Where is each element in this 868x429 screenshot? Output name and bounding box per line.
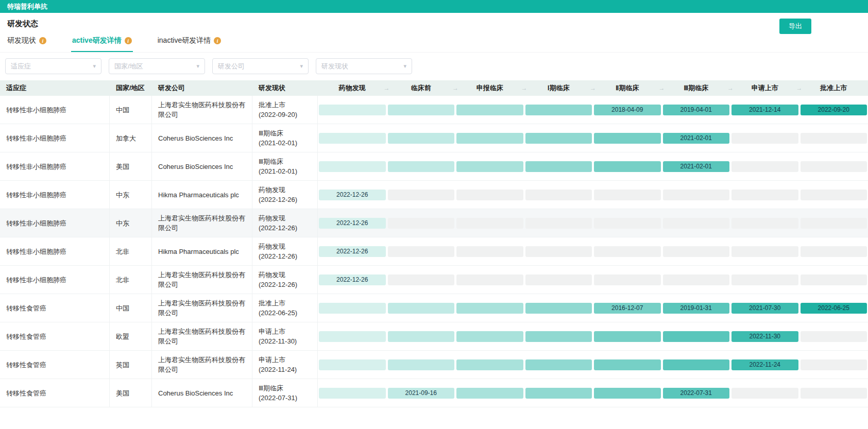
status-phase: 药物发现 [259,185,285,195]
info-icon[interactable]: i [39,37,46,44]
stage-cell: 2022-06-25 [799,294,868,322]
status-phase: 申请上市 [259,355,285,365]
info-icon[interactable]: i [214,37,221,44]
status-phase: 药物发现 [259,270,285,280]
stage-cell [524,96,593,124]
stage-bar-empty [456,218,523,229]
cell-region: 中东 [110,181,152,209]
info-icon[interactable]: i [125,37,132,44]
tab-bar: 研发现状 i active研发详情 i inactive研发详情 i [0,30,868,53]
status-date: (2022-12-26) [259,251,297,261]
stage-bar-filled [456,161,523,172]
stage-bar-filled [594,161,661,172]
stage-cell [524,181,593,209]
stage-cell [318,351,387,379]
column-header: 研发现状 [252,80,318,96]
stage-bar-filled [319,388,386,399]
stage-cell: 2019-01-31 [662,294,731,322]
stage-bar-empty [594,190,661,200]
stage-bar-empty [388,190,455,200]
stage-cell [662,181,731,209]
stage-bar-filled [525,303,592,314]
stage-cell [524,124,593,152]
stage-bar-empty [801,133,867,144]
status-filter-select[interactable]: 研发现状 ▾ [316,58,412,74]
stage-bar-filled [525,105,592,115]
stage-cell [524,294,593,322]
stage-cell [387,351,456,379]
stage-column-header: 批准上市 [799,80,868,96]
cell-region: 中东 [110,209,152,237]
tab-inactive-rd-details[interactable]: inactive研发详情 i [157,32,222,52]
company-filter-select[interactable]: 研发公司 ▾ [212,58,309,74]
stage-bar-filled [663,359,730,370]
stage-arrow-icon: → [452,84,458,92]
stage-cell [387,322,456,351]
stage-column-header: Ⅲ期临床→ [662,80,731,96]
stage-cell [662,266,731,294]
stage-bar-filled: 2016-12-07 [594,303,661,314]
stage-cell [799,237,868,266]
chevron-down-icon: ▾ [93,63,96,69]
stage-bar-empty [663,190,730,200]
status-date: (2022-11-24) [259,365,297,374]
stage-bar-empty [731,133,798,144]
stage-bar-filled [388,105,455,115]
cell-indication: 转移性非小细胞肺癌 [0,181,110,209]
status-phase: Ⅲ期临床 [259,128,283,138]
stage-bar-empty [663,274,730,285]
status-date: (2022-12-26) [259,195,297,204]
stage-bar-empty [801,161,867,172]
export-button[interactable]: 导出 [779,19,811,34]
cell-status: 批准上市(2022-09-20) [252,96,318,124]
stage-bar-empty [594,246,661,257]
stage-cell [387,96,456,124]
stage-cell [455,237,524,266]
region-filter-select[interactable]: 国家/地区 ▾ [109,58,205,74]
column-header: 适应症 [0,80,110,96]
stage-cell [387,294,456,322]
cell-status: 药物发现(2022-12-26) [252,237,318,266]
stage-cell [593,181,662,209]
status-date: (2022-07-31) [259,393,297,403]
column-header: 研发公司 [152,80,252,96]
stage-bar-empty [388,246,455,257]
cell-indication: 转移性食管癌 [0,294,110,322]
stage-bar-filled [594,331,661,342]
stage-cell [799,266,868,294]
stage-cell [455,266,524,294]
stage-arrow-icon: → [384,84,390,92]
tab-active-rd-details[interactable]: active研发详情 i [71,32,133,52]
stage-cell [593,124,662,152]
stage-cell [387,237,456,266]
stage-bar-filled: 2021-02-01 [663,133,730,144]
status-phase: 批准上市 [259,100,285,110]
filter-bar: 适应症 ▾ 国家/地区 ▾ 研发公司 ▾ 研发现状 ▾ [0,53,868,80]
stage-bar-empty [388,218,455,229]
cell-status: 批准上市(2022-06-25) [252,294,318,322]
stage-cell [455,124,524,152]
stage-cell: 2021-12-14 [730,96,799,124]
cell-status: 药物发现(2022-12-26) [252,266,318,294]
status-phase: 药物发现 [259,213,285,223]
status-phase: 药物发现 [259,242,285,251]
chevron-down-icon: ▾ [300,63,303,69]
stage-bar-filled [594,133,661,144]
stage-bar-filled [525,133,592,144]
stage-cell [318,322,387,351]
stage-column-header: 临床前→ [387,80,456,96]
stage-cell [593,351,662,379]
tab-rd-overview[interactable]: 研发现状 i [6,32,47,52]
stage-bar-empty [525,218,592,229]
cell-company: Hikma Pharmaceuticals plc [152,181,252,209]
indication-filter-select[interactable]: 适应症 ▾ [5,58,101,74]
stage-cell [455,379,524,407]
stage-column-header: 药物发现→ [318,80,387,96]
cell-status: 药物发现(2022-12-26) [252,209,318,237]
stage-cell [730,124,799,152]
stage-cell [730,266,799,294]
stage-cell [318,96,387,124]
stage-bar-filled [388,331,455,342]
stage-bar-filled: 2019-04-01 [663,105,730,115]
stage-cell [455,96,524,124]
